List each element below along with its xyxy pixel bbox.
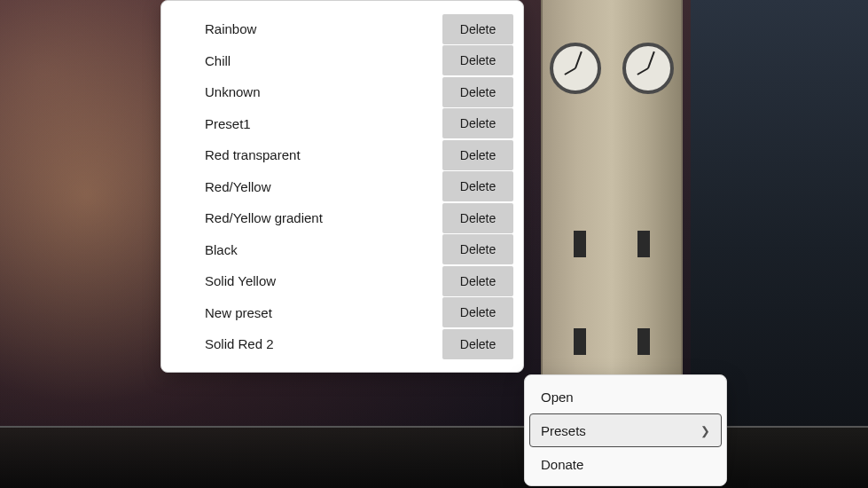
- clockface-icon: [550, 43, 601, 94]
- menu-item-label: Open: [541, 390, 574, 405]
- context-menu: Open Presets ❯ Donate: [524, 374, 727, 486]
- menu-item-presets[interactable]: Presets ❯: [529, 413, 722, 447]
- wallpaper-bridge: [0, 426, 868, 488]
- delete-button[interactable]: Delete: [442, 45, 513, 75]
- preset-name[interactable]: Rainbow: [171, 21, 442, 36]
- menu-item-label: Donate: [541, 457, 583, 472]
- preset-name[interactable]: Unknown: [171, 84, 442, 99]
- delete-button[interactable]: Delete: [442, 329, 513, 359]
- preset-name[interactable]: Solid Yellow: [171, 273, 442, 288]
- preset-row: Black Delete: [171, 234, 513, 264]
- chevron-right-icon: ❯: [700, 424, 710, 437]
- delete-button[interactable]: Delete: [442, 108, 513, 138]
- preset-row: Preset1 Delete: [171, 108, 513, 138]
- preset-row: Rainbow Delete: [171, 14, 513, 44]
- preset-row: New preset Delete: [171, 297, 513, 327]
- preset-row: Chill Delete: [171, 45, 513, 75]
- menu-item-label: Presets: [541, 423, 586, 438]
- preset-name[interactable]: Red/Yellow gradient: [171, 210, 442, 225]
- menu-item-donate[interactable]: Donate: [529, 447, 722, 481]
- preset-row: Red transparent Delete: [171, 140, 513, 170]
- delete-button[interactable]: Delete: [442, 14, 513, 44]
- delete-button[interactable]: Delete: [442, 203, 513, 233]
- preset-name[interactable]: Chill: [171, 53, 442, 68]
- preset-name[interactable]: Solid Red 2: [171, 336, 442, 351]
- delete-button[interactable]: Delete: [442, 140, 513, 170]
- clockface-icon: [622, 43, 674, 94]
- preset-name[interactable]: Preset1: [171, 116, 442, 131]
- menu-item-open[interactable]: Open: [529, 380, 722, 413]
- tower-window: [637, 231, 650, 257]
- presets-popup: Rainbow Delete Chill Delete Unknown Dele…: [160, 0, 524, 373]
- preset-row: Red/Yellow Delete: [171, 171, 513, 201]
- preset-name[interactable]: Red transparent: [171, 147, 442, 162]
- delete-button[interactable]: Delete: [442, 234, 513, 264]
- preset-name[interactable]: New preset: [171, 305, 442, 320]
- tower-window: [637, 328, 650, 355]
- preset-name[interactable]: Red/Yellow: [171, 179, 442, 194]
- delete-button[interactable]: Delete: [442, 266, 513, 296]
- tower-window: [574, 231, 586, 257]
- preset-row: Solid Yellow Delete: [171, 266, 513, 296]
- delete-button[interactable]: Delete: [442, 297, 513, 327]
- preset-row: Unknown Delete: [171, 77, 513, 107]
- preset-name[interactable]: Black: [171, 242, 442, 257]
- delete-button[interactable]: Delete: [442, 77, 513, 107]
- tower-window: [574, 328, 586, 355]
- preset-row: Red/Yellow gradient Delete: [171, 203, 513, 233]
- delete-button[interactable]: Delete: [442, 171, 513, 201]
- preset-row: Solid Red 2 Delete: [171, 329, 513, 359]
